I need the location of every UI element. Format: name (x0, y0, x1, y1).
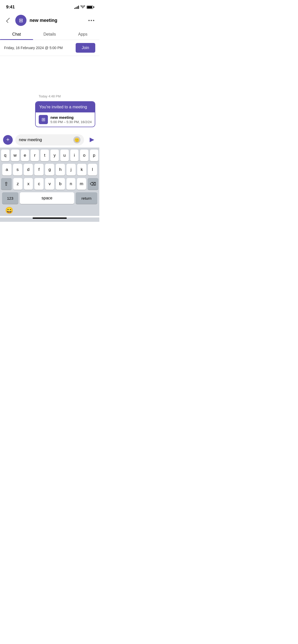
key-i[interactable]: i (70, 150, 79, 161)
status-bar: 9:41 (0, 0, 99, 13)
key-j[interactable]: j (66, 164, 76, 175)
join-banner: Friday, 16 February 2024 @ 5:00 PM Join (0, 40, 99, 56)
emoji-toggle-button[interactable]: 🙂 (73, 136, 80, 143)
key-c[interactable]: c (34, 178, 44, 190)
key-y[interactable]: y (50, 150, 59, 161)
key-q[interactable]: q (1, 150, 9, 161)
key-t[interactable]: t (40, 150, 49, 161)
keyboard-row-3: ⇧ z x c v b n m ⌫ (1, 178, 98, 190)
tab-details[interactable]: Details (33, 29, 66, 40)
keyboard-row-1: q w e r t y u i o p (1, 150, 98, 161)
meeting-card-time: 5:00 PM – 5:30 PM, 16/2/24 (50, 120, 92, 124)
key-z[interactable]: z (13, 178, 22, 190)
signal-icon (74, 5, 79, 9)
wifi-icon (80, 5, 85, 9)
key-u[interactable]: u (60, 150, 69, 161)
space-key[interactable]: space (20, 192, 74, 204)
chat-area: Today 4:48 PM You're invited to a meetin… (0, 56, 99, 132)
input-row: + 🙂 (0, 132, 99, 148)
tab-apps[interactable]: Apps (66, 29, 99, 40)
bubble-invite-text: You're invited to a meeting (36, 102, 95, 112)
emoji-face-icon: 🙂 (74, 138, 79, 142)
key-r[interactable]: r (31, 150, 39, 161)
key-f[interactable]: f (34, 164, 44, 175)
key-h[interactable]: h (56, 164, 65, 175)
tab-bar: Chat Details Apps (0, 29, 99, 40)
key-n[interactable]: n (66, 178, 76, 190)
battery-icon (87, 6, 93, 9)
more-options-button[interactable] (87, 16, 95, 24)
key-w[interactable]: w (11, 150, 19, 161)
meeting-card-icon: ⊞ (39, 115, 48, 124)
read-receipt-icon: ✓ (99, 121, 99, 126)
key-o[interactable]: o (80, 150, 88, 161)
calendar-grid-icon: ⊞ (42, 117, 45, 122)
key-p[interactable]: p (90, 150, 98, 161)
shift-key[interactable]: ⇧ (1, 178, 12, 190)
backspace-key[interactable]: ⌫ (88, 178, 98, 190)
keyboard-row-2: a s d f g h j k l (1, 164, 98, 175)
text-input-wrapper: 🙂 (15, 134, 84, 145)
key-l[interactable]: l (88, 164, 97, 175)
home-indicator (33, 217, 67, 219)
key-e[interactable]: e (21, 150, 29, 161)
key-x[interactable]: x (24, 178, 33, 190)
status-time: 9:41 (6, 5, 15, 10)
emoji-keyboard-icon[interactable]: 😄 (5, 207, 13, 214)
message-bubble: You're invited to a meeting ⊞ new meetin… (35, 101, 95, 127)
ellipsis-icon (88, 20, 94, 21)
message-timestamp: Today 4:48 PM (4, 94, 95, 98)
add-attachment-button[interactable]: + (3, 135, 13, 145)
key-k[interactable]: k (77, 164, 86, 175)
key-v[interactable]: v (45, 178, 54, 190)
meeting-card-title: new meeting (50, 115, 92, 120)
meeting-date: Friday, 16 February 2024 @ 5:00 PM (4, 46, 63, 50)
keyboard: q w e r t y u i o p a s d f g h j k l ⇧ … (0, 148, 99, 216)
status-icons (74, 5, 93, 9)
key-b[interactable]: b (56, 178, 65, 190)
numbers-key[interactable]: 123 (2, 192, 18, 204)
meeting-title: new meeting (30, 18, 84, 23)
avatar: ⊞ (15, 15, 26, 26)
key-s[interactable]: s (13, 164, 22, 175)
keyboard-bottom-bar: 😄 (1, 204, 98, 216)
message-container: You're invited to a meeting ⊞ new meetin… (4, 101, 95, 127)
key-m[interactable]: m (77, 178, 86, 190)
send-arrow-icon (90, 138, 94, 142)
calendar-icon: ⊞ (19, 17, 23, 23)
keyboard-bottom-row: 123 space return (1, 192, 98, 204)
tab-chat[interactable]: Chat (0, 29, 33, 40)
message-input[interactable] (19, 138, 71, 142)
meeting-card: ⊞ new meeting 5:00 PM – 5:30 PM, 16/2/24 (36, 112, 95, 127)
key-a[interactable]: a (2, 164, 11, 175)
return-key[interactable]: return (76, 192, 97, 204)
back-button[interactable] (4, 16, 12, 24)
key-d[interactable]: d (24, 164, 33, 175)
plus-icon: + (6, 137, 10, 142)
key-g[interactable]: g (45, 164, 54, 175)
header: ⊞ new meeting (0, 13, 99, 29)
send-button[interactable] (87, 135, 96, 145)
join-button[interactable]: Join (76, 43, 95, 53)
